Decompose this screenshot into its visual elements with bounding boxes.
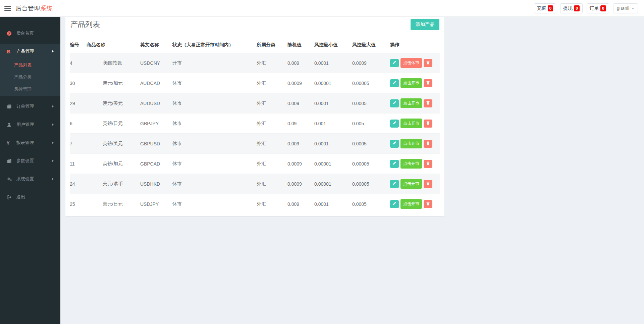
toggle-market-button[interactable]: 点击休市 bbox=[400, 58, 422, 68]
cell-category: 外汇 bbox=[257, 93, 287, 113]
cell-risk-max: 0.00005 bbox=[352, 73, 390, 93]
sidebar-item-label: 后台首页 bbox=[16, 30, 34, 36]
edit-button[interactable] bbox=[390, 180, 399, 188]
delete-button[interactable] bbox=[424, 79, 432, 87]
sidebar-item-label: 报表管理 bbox=[16, 140, 34, 146]
yen-icon: ¥ bbox=[7, 140, 15, 145]
sidebar-item-user-manage[interactable]: 用户管理 bbox=[0, 117, 60, 132]
toggle-market-button[interactable]: 点击开市 bbox=[400, 139, 422, 148]
sidebar-item-system-settings[interactable]: 系统设置 bbox=[0, 171, 60, 187]
header-stat-withdraw[interactable]: 提现0 bbox=[560, 3, 583, 13]
edit-button[interactable] bbox=[390, 200, 399, 208]
cell-id: 7 bbox=[70, 134, 87, 154]
edit-button[interactable] bbox=[390, 140, 399, 148]
toggle-market-button[interactable]: 点击开市 bbox=[400, 199, 422, 209]
sidebar-item-logout[interactable]: 退出 bbox=[0, 189, 60, 205]
cell-id: 30 bbox=[70, 73, 87, 93]
sidebar-item-report-manage[interactable]: ¥报表管理 bbox=[0, 135, 60, 150]
cell-actions: 点击开市 bbox=[390, 113, 440, 134]
cell-en-name: USDHKD bbox=[140, 174, 172, 194]
toggle-market-button[interactable]: 点击开市 bbox=[400, 159, 422, 169]
column-header-3: 状态（大盘正常开市时间内） bbox=[172, 37, 257, 53]
toggle-market-button[interactable]: 点击开市 bbox=[400, 78, 422, 88]
delete-button[interactable] bbox=[424, 160, 432, 168]
delete-button[interactable] bbox=[424, 59, 432, 67]
cell-actions: 点击休市 bbox=[390, 53, 440, 73]
cell-status: 休市 bbox=[172, 194, 257, 214]
cell-risk-max: 0.0005 bbox=[352, 93, 390, 113]
sidebar-item-order-manage[interactable]: 订单管理 bbox=[0, 99, 60, 114]
delete-button[interactable] bbox=[424, 140, 432, 148]
cell-en-name: AUDCAD bbox=[140, 73, 172, 93]
cell-random: 0.009 bbox=[287, 93, 314, 113]
edit-button[interactable] bbox=[390, 79, 399, 87]
sidebar-item-product-manage[interactable]: Ƀ产品管理 bbox=[0, 44, 60, 59]
gears-icon bbox=[7, 177, 15, 182]
pencil-icon bbox=[392, 161, 396, 166]
cell-risk-min: 0.0001 bbox=[314, 194, 352, 214]
table-row-product-24: 24美元/港币USDHKD休市外汇0.00090.000010.00005点击开… bbox=[70, 174, 440, 194]
cell-name: 澳元/加元 bbox=[87, 73, 140, 93]
edit-button[interactable] bbox=[390, 160, 399, 168]
brand-title-accent: 系统 bbox=[40, 5, 53, 12]
bitcoin-icon: Ƀ bbox=[7, 49, 15, 54]
header-right: 充值0提现0订单0 guanli bbox=[534, 3, 638, 13]
table-body: 4美国指数USDCNY开市外汇0.0090.00010.0009点击休市30澳元… bbox=[70, 53, 440, 214]
cell-category: 外汇 bbox=[257, 154, 287, 174]
cell-status: 休市 bbox=[172, 113, 257, 134]
sidebar-item-label: 退出 bbox=[16, 194, 25, 200]
cell-random: 0.09 bbox=[287, 113, 314, 134]
toggle-market-button[interactable]: 点击开市 bbox=[400, 179, 422, 189]
cell-random: 0.009 bbox=[287, 53, 314, 73]
cell-status: 休市 bbox=[172, 174, 257, 194]
toggle-market-button[interactable]: 点击开市 bbox=[400, 98, 422, 108]
edit-button[interactable] bbox=[390, 120, 399, 128]
chevron-right-icon bbox=[52, 178, 54, 180]
delete-button[interactable] bbox=[424, 200, 432, 208]
header-stat-orders[interactable]: 订单0 bbox=[587, 3, 609, 13]
product-table: 编号商品名称英文名称状态（大盘正常开市时间内）所属分类随机值风控最小值风控最大值… bbox=[70, 37, 440, 214]
cell-name: 英镑/加元 bbox=[87, 154, 140, 174]
cell-risk-min: 0.001 bbox=[314, 113, 352, 134]
cell-category: 外汇 bbox=[257, 73, 287, 93]
add-product-button[interactable]: 添加产品 bbox=[411, 19, 439, 30]
hamburger-menu-icon[interactable] bbox=[4, 6, 11, 11]
caret-down-icon bbox=[632, 8, 634, 9]
column-header-6: 风控最小值 bbox=[314, 37, 352, 53]
sidebar-subitem-risk-manage[interactable]: 风控管理 bbox=[0, 83, 60, 95]
chevron-right-icon bbox=[52, 123, 54, 126]
edit-button[interactable] bbox=[390, 59, 399, 67]
toggle-market-button[interactable]: 点击开市 bbox=[400, 119, 422, 128]
column-header-4: 所属分类 bbox=[257, 37, 287, 53]
pencil-icon bbox=[392, 60, 396, 65]
sidebar-item-param-settings[interactable]: 参数设置 bbox=[0, 153, 60, 169]
cell-category: 外汇 bbox=[257, 194, 287, 214]
column-header-8: 操作 bbox=[390, 37, 440, 53]
cell-name: 英镑/日元 bbox=[87, 113, 140, 134]
user-menu[interactable]: guanli bbox=[613, 3, 638, 13]
sidebar-subitem-product-list[interactable]: 产品列表 bbox=[0, 59, 60, 71]
header-stat-recharge[interactable]: 充值0 bbox=[534, 3, 556, 13]
delete-button[interactable] bbox=[424, 180, 432, 188]
pencil-icon bbox=[392, 101, 396, 106]
delete-button[interactable] bbox=[424, 99, 432, 107]
column-header-5: 随机值 bbox=[287, 37, 314, 53]
table-row-product-6: 6英镑/日元GBPJPY休市外汇0.090.0010.005点击开市 bbox=[70, 113, 440, 134]
cell-random: 0.009 bbox=[287, 194, 314, 214]
edit-button[interactable] bbox=[390, 99, 399, 107]
files-icon bbox=[7, 158, 15, 164]
sidebar-subitem-product-category[interactable]: 产品分类 bbox=[0, 71, 60, 83]
cell-actions: 点击开市 bbox=[390, 93, 440, 113]
table-row-product-25: 25美元/日元USDJPY休市外汇0.0090.00010.0005点击开市 bbox=[70, 194, 440, 214]
cell-status: 开市 bbox=[172, 53, 257, 73]
cell-actions: 点击开市 bbox=[390, 194, 440, 214]
cell-en-name: GBPUSD bbox=[140, 134, 172, 154]
sidebar-item-dashboard[interactable]: 后台首页 bbox=[0, 26, 60, 41]
cell-actions: 点击开市 bbox=[390, 73, 440, 93]
delete-button[interactable] bbox=[424, 120, 432, 128]
sidebar-item-label: 用户管理 bbox=[16, 122, 34, 128]
trash-icon bbox=[426, 161, 430, 166]
cell-risk-min: 0.0001 bbox=[314, 134, 352, 154]
cell-actions: 点击开市 bbox=[390, 134, 440, 154]
signout-icon bbox=[7, 195, 15, 200]
